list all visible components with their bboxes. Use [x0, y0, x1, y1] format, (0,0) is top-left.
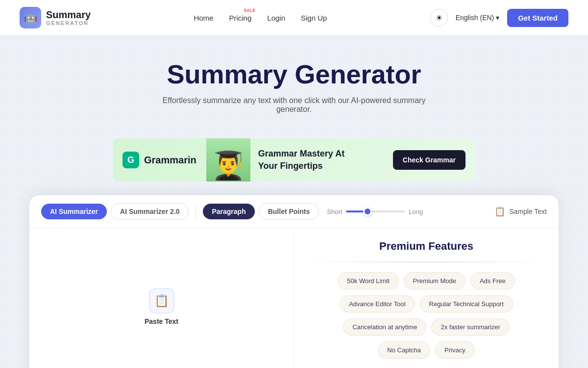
- length-slider-area: Short Long: [327, 208, 423, 215]
- nav-home[interactable]: Home: [194, 14, 213, 22]
- tab-ai-summarizer[interactable]: AI Summarizer: [41, 204, 107, 219]
- nav-links: Home Pricing SALE Login Sign Up: [194, 14, 327, 22]
- hero-title: Summary Generator: [10, 59, 578, 89]
- features-row-1: 50k Word Limit Premium Mode Ads Free: [338, 272, 514, 289]
- features-row-3: Cancelation at anytime 2x faster summari…: [343, 318, 510, 336]
- get-started-button[interactable]: Get Started: [507, 9, 568, 27]
- features-row-4: No Captcha Privacy: [378, 342, 474, 359]
- toolbar-divider: [196, 204, 196, 219]
- feature-ads-free: Ads Free: [470, 272, 515, 289]
- input-panel: 📋 Paste Text: [29, 228, 294, 368]
- brand-sub: GENERATOR: [46, 20, 91, 26]
- nav-signup[interactable]: Sign Up: [301, 14, 327, 22]
- grammarin-logo-icon: G: [122, 152, 139, 168]
- banner-text: Grammar Mastery At Your Fingertips: [250, 148, 393, 172]
- paste-label: Paste Text: [145, 317, 178, 325]
- content-area: 📋 Paste Text Premium Features 50k Word L…: [29, 228, 559, 368]
- slider-thumb[interactable]: [363, 207, 372, 216]
- premium-panel: Premium Features 50k Word Limit Premium …: [294, 228, 559, 368]
- hero-section: Summary Generator Effortlessly summarize…: [0, 35, 588, 138]
- paste-area[interactable]: 📋 Paste Text: [145, 288, 178, 325]
- slider-long-label: Long: [409, 208, 423, 215]
- check-grammar-button[interactable]: Check Grammar: [393, 150, 466, 170]
- navbar: 🤖 Summary GENERATOR Home Pricing SALE Lo…: [0, 0, 588, 35]
- features-grid: 50k Word Limit Premium Mode Ads Free Adv…: [310, 272, 543, 359]
- banner-headline: Grammar Mastery At Your Fingertips: [258, 148, 385, 172]
- sun-icon: ☀: [436, 13, 442, 23]
- sale-badge: SALE: [244, 8, 255, 13]
- banner-person-image: [206, 138, 250, 182]
- language-selector[interactable]: English (EN) ▾: [456, 14, 499, 22]
- theme-toggle-button[interactable]: ☀: [430, 9, 448, 26]
- paste-icon: 📋: [149, 288, 174, 314]
- feature-50k: 50k Word Limit: [338, 272, 398, 289]
- logo-icon: 🤖: [20, 7, 41, 28]
- features-row-2: Advance Editor Tool Regular Technical Su…: [340, 295, 513, 313]
- feature-no-captcha: No Captcha: [378, 342, 430, 359]
- tab-bullet-points[interactable]: Bullet Points: [259, 203, 319, 220]
- grammarin-brand: Grammarin: [144, 155, 196, 166]
- clipboard-icon: 📋: [494, 206, 505, 217]
- toolbar: AI Summarizer AI Summarizer 2.0 Paragrap…: [29, 195, 559, 228]
- length-slider[interactable]: [346, 210, 405, 212]
- feature-faster: 2x faster summarizer: [431, 318, 509, 336]
- tab-ai-summarizer-2[interactable]: AI Summarizer 2.0: [111, 203, 189, 220]
- feature-privacy: Privacy: [435, 342, 475, 359]
- brand-name: Summary: [46, 9, 91, 20]
- nav-right: ☀ English (EN) ▾ Get Started: [430, 9, 568, 27]
- banner-logo-area: G Grammarin: [113, 152, 206, 168]
- hero-subtitle: Effortlessly summarize any text with one…: [162, 96, 426, 114]
- logo[interactable]: 🤖 Summary GENERATOR: [20, 7, 91, 28]
- premium-divider: [310, 262, 543, 263]
- premium-title: Premium Features: [310, 240, 543, 253]
- logo-text: Summary GENERATOR: [46, 9, 91, 26]
- nav-login[interactable]: Login: [267, 14, 285, 22]
- feature-premium-mode: Premium Mode: [404, 272, 466, 289]
- grammarin-banner: G Grammarin Grammar Mastery At Your Fing…: [113, 138, 475, 182]
- feature-cancelation: Cancelation at anytime: [343, 318, 426, 336]
- sample-text-button[interactable]: 📋 Sample Text: [494, 206, 547, 217]
- tab-paragraph[interactable]: Paragraph: [203, 204, 254, 219]
- main-card: AI Summarizer AI Summarizer 2.0 Paragrap…: [29, 195, 559, 368]
- nav-pricing[interactable]: Pricing SALE: [229, 14, 251, 22]
- slider-short-label: Short: [327, 208, 342, 215]
- feature-advance-editor: Advance Editor Tool: [340, 295, 415, 313]
- feature-technical-support: Regular Technical Support: [420, 295, 513, 313]
